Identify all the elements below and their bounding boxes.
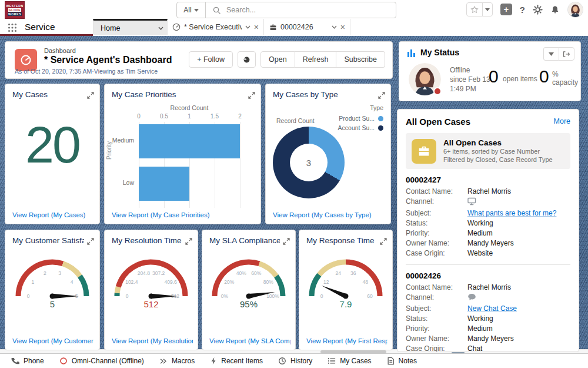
notifications-button[interactable] [550,5,560,14]
expand-icon[interactable] [380,237,387,247]
donut-chart[interactable]: 3 [273,127,345,198]
legend-title: Type [338,104,383,111]
refresh-button[interactable]: Refresh [295,51,337,68]
status-popout-button[interactable] [559,47,574,61]
category-label: Low [105,179,134,186]
field-value: Medium [467,229,493,238]
tab-home-dropdown[interactable] [158,26,163,30]
subscribe-button[interactable]: Subscribe [336,51,385,68]
card-title: My Resolution Time [112,236,182,245]
tab-home-label: Home [101,24,155,32]
response-time-card: My Response Time 012243648607.9 View Rep… [299,230,393,350]
utility-macros[interactable]: Macros [152,354,202,368]
favorites-star-button[interactable] [467,3,483,16]
tab-home[interactable]: Home [93,19,168,35]
expand-icon[interactable] [87,237,94,247]
utility-phone[interactable]: Phone [4,354,52,368]
case-number-link[interactable]: 00002427 [406,175,570,184]
global-header-actions: + ? [466,0,583,19]
view-report-link[interactable]: View Report (My Case Priorities) [112,211,256,218]
global-actions-button[interactable]: + [500,4,512,15]
case-field-row: Contact Name:Rachel Morris [406,187,570,196]
card-title: My Cases [12,90,84,99]
field-label: Case Origin: [406,249,467,258]
dashboard-button-group: Open Refresh Subscribe [260,51,385,68]
legend-label: Account Su... [338,124,375,131]
status-since-time: 1:49 PM [450,84,490,94]
more-link[interactable]: More [554,117,570,125]
expand-icon[interactable] [378,91,385,101]
open-button[interactable]: Open [260,51,295,68]
case-field-row: Channel: [406,293,570,303]
view-report-link[interactable]: View Report (My First Response) [306,337,387,344]
chevron-down-icon [332,25,337,29]
tab-dropdown[interactable] [245,25,250,29]
status-text: Offline since Feb 13 1:49 PM [450,65,490,94]
expand-icon[interactable] [248,91,255,101]
view-report-link[interactable]: View Report (My Cases) [12,211,95,218]
list-view-header[interactable]: All Open Cases 6+ items, sorted by Case … [406,133,570,169]
favorites-dropdown-button[interactable] [483,3,492,16]
field-label: Case Origin: [406,344,467,352]
user-avatar[interactable] [567,2,583,18]
status-dropdown-button[interactable] [543,47,559,61]
app-launcher-button[interactable] [8,23,17,35]
bar-low[interactable] [139,167,189,201]
chat-bubble-icon [467,293,476,301]
utility-history[interactable]: History [270,354,320,368]
monitor-icon [467,197,476,205]
subject-link[interactable]: What pants are best for me? [467,209,556,218]
subject-link[interactable]: New Chat Case [467,304,517,313]
case-number-link[interactable]: 00002426 [406,271,570,280]
capacity-label: % capacity [552,70,578,87]
logo-line: WORKS [8,12,22,16]
search-scope-dropdown[interactable]: All [177,2,206,18]
utility-recent-items[interactable]: Recent Items [202,354,270,368]
setup-button[interactable] [533,5,543,15]
view-report-link[interactable]: View Report (My SLA Compliance) [209,337,290,344]
expand-icon[interactable] [185,237,192,247]
tab-case-00002426[interactable]: 00002426 × [263,19,350,35]
list-view-filter: Filtered by Closed, Case Record Type [443,155,553,164]
follow-button[interactable]: + Follow [189,51,233,68]
search-input[interactable] [225,5,375,15]
svg-text:60: 60 [367,293,373,299]
case-field-row: Subject:New Chat Case [406,304,570,313]
channel-icon-value [467,197,476,208]
legend-item[interactable]: Product Su... [338,115,383,122]
legend-item[interactable]: Account Su... [338,124,383,131]
svg-text:0: 0 [126,293,129,299]
capacity-value: 0 [539,67,549,87]
gauge-value: 95% [240,299,258,309]
case-field-row: Status:Working [406,314,570,323]
capacity-unit: % [552,70,578,78]
view-report-link[interactable]: View Report (My Resolution Time) [112,337,193,344]
tab-service-executive-dashboard[interactable]: * Service Executive ... × [166,19,264,35]
field-label: Subject: [406,209,467,218]
capacity-word: capacity [552,78,578,87]
utility-my-cases[interactable]: My Cases [320,354,379,368]
navigation-bar: Service Home * Service Executive ... × 0… [0,19,588,37]
tab-label: 00002426 [280,23,328,31]
help-button[interactable]: ? [520,5,525,15]
view-report-link[interactable]: View Report (My Customer Satisfa... [12,337,95,344]
svg-text:4: 4 [71,279,74,285]
expand-icon[interactable] [283,237,290,247]
tab-dropdown[interactable] [332,25,337,29]
close-tab-icon[interactable]: × [254,24,259,31]
utility-bar: PhoneOmni-Channel (Offline)MacrosRecent … [0,353,588,368]
dashboard-as-of: As of Oct 20, 2020, 7:35 AM·Viewing as T… [15,68,158,75]
dashboard-actions: + Follow Open Refresh Subscribe [189,51,385,68]
expand-icon[interactable] [87,91,94,101]
close-tab-icon[interactable]: × [340,24,345,31]
bar-medium[interactable] [139,124,240,158]
utility-notes[interactable]: Notes [379,354,425,368]
utility-omni-channel-offline-[interactable]: Omni-Channel (Offline) [52,354,152,368]
svg-text:24: 24 [336,270,342,276]
view-report-link[interactable]: View Report (My Cases by Type) [273,211,386,218]
edit-theme-button[interactable] [238,51,256,68]
my-status-actions [543,47,574,61]
gauge-value: 7.9 [340,299,352,309]
my-status-title: My Status [420,48,459,57]
case-list-item: 00002427Contact Name:Rachel MorrisChanne… [406,175,570,258]
